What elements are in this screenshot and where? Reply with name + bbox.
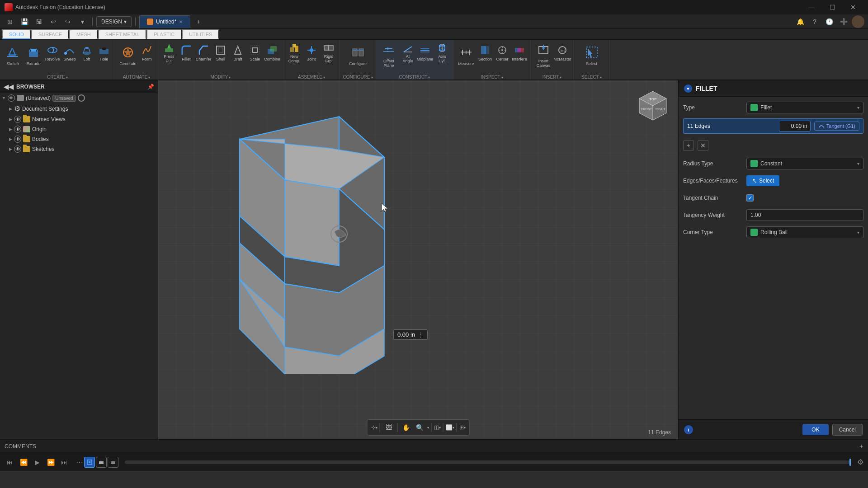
capture-image-button[interactable]: 🖼	[382, 421, 395, 434]
browser-root-item[interactable]: ▼ 👁 (Unsaved) Unsaved	[0, 93, 158, 103]
plus-button[interactable]: ➕	[837, 15, 850, 28]
revolve-button[interactable]: Revolve	[44, 42, 61, 64]
browser-origin[interactable]: ▶ 👁 Origin	[0, 124, 158, 134]
automate-generate-button[interactable]: Generate	[118, 42, 138, 69]
press-pull-button[interactable]: Press Pull	[161, 42, 177, 64]
maximize-button[interactable]: ☐	[822, 0, 843, 14]
timeline-next-button[interactable]: ⏩	[45, 457, 56, 468]
help-button[interactable]: ?	[808, 15, 821, 28]
timeline-chevrons[interactable]: ⋯	[76, 458, 83, 466]
remove-edges-button[interactable]: ✕	[698, 140, 708, 151]
apps-grid-button[interactable]: ⊞	[4, 15, 16, 28]
corner-type-dropdown[interactable]: Rolling Ball ▾	[746, 226, 863, 238]
tangency-weight-input[interactable]	[746, 209, 863, 221]
minimize-button[interactable]: —	[801, 0, 822, 14]
timeline-end-button[interactable]: ⏭	[59, 457, 70, 468]
redo-button[interactable]: ↪	[61, 15, 74, 28]
section-analysis-button[interactable]: Section	[477, 42, 493, 64]
radius-type-dropdown[interactable]: Constant ▾	[746, 158, 863, 169]
interference-button[interactable]: Interfere	[511, 42, 528, 64]
cancel-button[interactable]: Cancel	[832, 424, 863, 436]
tab-close-icon[interactable]: ✕	[179, 19, 183, 24]
extrude-button[interactable]: Extrude	[24, 42, 43, 69]
plane-angle-button[interactable]: At Angle	[400, 42, 416, 64]
ok-button[interactable]: OK	[802, 424, 828, 435]
browser-bodies[interactable]: ▶ 👁 Bodies	[0, 134, 158, 144]
save-as-button[interactable]: 🖫	[33, 15, 45, 28]
fillet-ribbon-button[interactable]: Fillet	[178, 42, 194, 64]
radius-input[interactable]	[779, 121, 811, 131]
grid-dropdown[interactable]: ⊞ ▾	[459, 424, 466, 431]
subtab-mesh[interactable]: MESH	[69, 29, 98, 39]
info-button[interactable]: i	[684, 425, 693, 434]
timeline-settings-icon[interactable]: ⚙	[857, 458, 863, 466]
visual-style-dropdown[interactable]: ⬜ ▾	[446, 424, 454, 431]
new-component-button[interactable]: New Comp.	[286, 42, 302, 64]
timeline-item-3[interactable]	[108, 457, 118, 468]
root-visibility-icon[interactable]: 👁	[8, 94, 15, 102]
select-tool-button[interactable]: Select	[582, 42, 602, 69]
timeline-track[interactable]	[125, 460, 851, 464]
new-tab-button[interactable]: +	[192, 15, 205, 28]
rigid-group-button[interactable]: Rigid Grp.	[321, 42, 337, 64]
user-avatar[interactable]	[852, 15, 864, 28]
viewport[interactable]: 0.00 in ⋮ TOP RIGHT FRONT ⊹ ▾	[158, 80, 678, 439]
browser-pin-icon[interactable]: 📌	[147, 84, 154, 90]
add-edges-button[interactable]: +	[683, 140, 694, 151]
subtab-plastic[interactable]: PLASTIC	[146, 29, 182, 39]
chamfer-button[interactable]: Chamfer	[195, 42, 212, 64]
close-button[interactable]: ✕	[843, 0, 863, 14]
type-dropdown[interactable]: Fillet ▾	[746, 102, 863, 113]
notification-bell-button[interactable]: 🔔	[794, 15, 807, 28]
center-mass-button[interactable]: Center	[494, 42, 510, 64]
undo-button[interactable]: ↩	[47, 15, 60, 28]
tangent-chain-checkbox[interactable]	[746, 194, 754, 202]
view-cube[interactable]: TOP RIGHT FRONT	[635, 88, 671, 124]
scale-button[interactable]: Scale	[247, 42, 263, 64]
measure-button[interactable]: Measure	[456, 42, 476, 69]
dimension-popup[interactable]: 0.00 in ⋮	[393, 329, 428, 340]
edges-faces-select-button[interactable]: ↖ Select	[746, 175, 779, 186]
sketch-button[interactable]: Sketch	[3, 42, 23, 69]
axis-cylinder-button[interactable]: Axis Cyl.	[434, 42, 450, 64]
root-lock-icon[interactable]	[78, 94, 85, 102]
subtab-solid[interactable]: SOLID	[2, 29, 31, 39]
clock-button[interactable]: 🕐	[823, 15, 835, 28]
insert-canvas-button[interactable]: Insert Canvas	[533, 42, 553, 69]
sweep-button[interactable]: Sweep	[61, 42, 78, 64]
subtab-surface[interactable]: SURFACE	[31, 29, 69, 39]
offset-plane-button[interactable]: Offset Plane	[379, 42, 399, 69]
timeline-prev-button[interactable]: ⏪	[18, 457, 29, 468]
design-dropdown-button[interactable]: DESIGN ▾	[96, 16, 132, 27]
comments-add-button[interactable]: +	[859, 442, 863, 450]
midplane-button[interactable]: Midplane	[417, 42, 433, 64]
dimension-menu-button[interactable]: ⋮	[418, 331, 424, 338]
zoom-button[interactable]: 🔍	[414, 421, 426, 434]
browser-document-settings[interactable]: ▶ ⚙ Document Settings	[0, 103, 158, 114]
timeline-start-button[interactable]: ⏮	[5, 457, 15, 468]
form-button[interactable]: Form	[139, 42, 155, 64]
fit-view-dropdown[interactable]: ⊹ ▾	[371, 424, 377, 431]
browser-sketches[interactable]: ▶ 👁 Sketches	[0, 144, 158, 154]
insert-mcmaster-button[interactable]: MC McMaster	[554, 42, 571, 64]
timeline-item-1[interactable]	[84, 457, 95, 468]
zoom-dropdown[interactable]: ▾	[427, 426, 429, 430]
timeline-play-button[interactable]: ▶	[32, 457, 42, 468]
subtab-sheet-metal[interactable]: SHEET METAL	[98, 29, 146, 39]
browser-collapse-icon[interactable]: ◀◀	[4, 83, 14, 90]
combine-button[interactable]: Combine	[264, 42, 280, 64]
origin-visibility-icon[interactable]: 👁	[14, 126, 21, 133]
sketches-visibility-icon[interactable]: 👁	[14, 145, 21, 153]
bodies-visibility-icon[interactable]: 👁	[14, 136, 21, 143]
edges-selection-row[interactable]: 11 Edges Tangent (G1)	[683, 118, 863, 134]
redo-dropdown[interactable]: ▾	[76, 15, 89, 28]
draft-button[interactable]: Draft	[230, 42, 246, 64]
pan-button[interactable]: ✋	[400, 421, 413, 434]
save-button[interactable]: 💾	[18, 15, 31, 28]
create-group-arrow[interactable]: ▾	[66, 75, 68, 80]
named-views-visibility-icon[interactable]: 👁	[14, 116, 21, 123]
untitled-tab[interactable]: Untitled* ✕	[139, 15, 190, 28]
hole-button[interactable]: Hole	[96, 42, 112, 64]
configure-button[interactable]: Configure	[348, 42, 368, 69]
subtab-utilities[interactable]: UTILITIES	[182, 29, 219, 39]
